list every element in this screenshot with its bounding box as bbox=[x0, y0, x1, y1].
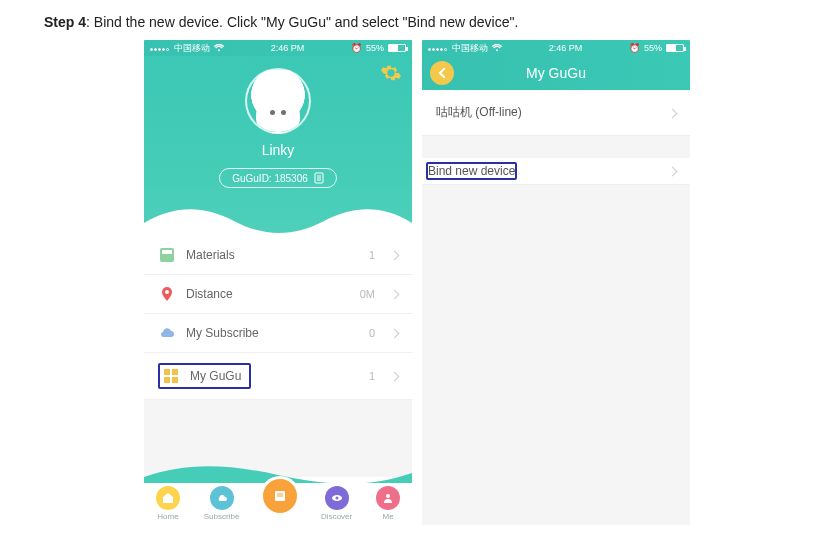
highlight-my-gugu: My GuGu bbox=[158, 363, 251, 389]
device-list-section: 咕咕机 (Off-line) Bind new device bbox=[422, 90, 690, 185]
tab-discover[interactable]: Discover bbox=[321, 486, 352, 521]
tab-subscribe[interactable]: Subscribe bbox=[204, 486, 240, 521]
step-instruction: Step 4: Bind the new device. Click "My G… bbox=[44, 14, 788, 30]
row-label: Distance bbox=[186, 287, 350, 301]
signal-dots-icon bbox=[428, 43, 448, 53]
tab-label: Home bbox=[157, 512, 178, 521]
step-text: : Bind the new device. Click "My GuGu" a… bbox=[86, 14, 518, 30]
clock-label: 2:46 PM bbox=[549, 43, 583, 53]
status-bar: 中国移动 2:46 PM ⏰ 55% bbox=[422, 40, 690, 56]
chevron-right-icon bbox=[391, 326, 398, 340]
nav-bar: My GuGu bbox=[422, 56, 690, 90]
copy-icon bbox=[314, 172, 324, 184]
location-pin-icon bbox=[158, 285, 176, 303]
carrier-label: 中国移动 bbox=[452, 42, 488, 55]
hero-wave-decoration bbox=[144, 203, 412, 237]
avatar[interactable] bbox=[245, 68, 311, 134]
tab-bar: Home Subscribe Discover Me bbox=[144, 477, 412, 525]
cell-bind-new-device[interactable]: Bind new device bbox=[422, 158, 690, 185]
battery-icon bbox=[666, 44, 684, 52]
highlight-bind-new-device: Bind new device bbox=[426, 162, 517, 180]
person-icon bbox=[382, 492, 394, 504]
clock-label: 2:46 PM bbox=[271, 43, 305, 53]
nav-title: My GuGu bbox=[526, 65, 586, 81]
profile-menu-list: Materials 1 Distance 0M My Subscribe 0 bbox=[144, 236, 412, 400]
back-button[interactable] bbox=[430, 61, 454, 85]
svg-rect-7 bbox=[172, 377, 178, 383]
tab-label: Subscribe bbox=[204, 512, 240, 521]
row-my-subscribe[interactable]: My Subscribe 0 bbox=[144, 314, 412, 353]
chevron-right-icon bbox=[669, 106, 676, 120]
screenshot-me-page: 中国移动 2:46 PM ⏰ 55% Linky GuGuID: 185306 bbox=[144, 40, 412, 525]
screenshots-row: 中国移动 2:46 PM ⏰ 55% Linky GuGuID: 185306 bbox=[44, 40, 788, 525]
gugu-id-pill[interactable]: GuGuID: 185306 bbox=[219, 168, 337, 188]
battery-icon bbox=[388, 44, 406, 52]
tab-label: Discover bbox=[321, 512, 352, 521]
carrier-label: 中国移动 bbox=[174, 42, 210, 55]
cell-device[interactable]: 咕咕机 (Off-line) bbox=[422, 90, 690, 136]
row-value: 0 bbox=[369, 327, 375, 339]
wifi-icon bbox=[214, 44, 224, 52]
svg-rect-2 bbox=[162, 250, 172, 254]
row-my-gugu[interactable]: My GuGu 1 bbox=[144, 353, 412, 400]
svg-rect-6 bbox=[164, 377, 170, 383]
row-label: Materials bbox=[186, 248, 359, 262]
bind-label: Bind new device bbox=[428, 164, 515, 178]
device-label: 咕咕机 (Off-line) bbox=[436, 104, 669, 121]
section-gap bbox=[422, 136, 690, 158]
alarm-icon: ⏰ bbox=[629, 43, 640, 53]
chevron-right-icon bbox=[391, 369, 398, 383]
materials-icon bbox=[158, 246, 176, 264]
chevron-right-icon bbox=[391, 248, 398, 262]
svg-point-10 bbox=[335, 497, 338, 500]
note-icon bbox=[272, 488, 288, 504]
signal-dots-icon bbox=[150, 43, 170, 53]
chevron-right-icon bbox=[669, 164, 676, 178]
settings-gear-icon[interactable] bbox=[380, 62, 402, 84]
tab-home[interactable]: Home bbox=[156, 486, 180, 521]
username-label: Linky bbox=[144, 142, 412, 158]
home-icon bbox=[162, 492, 174, 504]
step-label: Step 4 bbox=[44, 14, 86, 30]
alarm-icon: ⏰ bbox=[351, 43, 362, 53]
row-value: 1 bbox=[369, 370, 375, 382]
cloud-small-icon bbox=[216, 492, 228, 504]
tab-me[interactable]: Me bbox=[376, 486, 400, 521]
row-distance[interactable]: Distance 0M bbox=[144, 275, 412, 314]
chevron-right-icon bbox=[391, 287, 398, 301]
svg-point-3 bbox=[165, 290, 169, 294]
tab-label: Me bbox=[383, 512, 394, 521]
grid-icon bbox=[162, 367, 180, 385]
row-label: My GuGu bbox=[190, 369, 241, 383]
ghost-avatar-icon bbox=[256, 94, 300, 134]
row-materials[interactable]: Materials 1 bbox=[144, 236, 412, 275]
row-value: 1 bbox=[369, 249, 375, 261]
cloud-icon bbox=[158, 324, 176, 342]
svg-point-11 bbox=[386, 494, 390, 498]
chevron-left-icon bbox=[436, 67, 448, 79]
tab-center[interactable] bbox=[263, 495, 297, 513]
eye-icon bbox=[331, 492, 343, 504]
screenshot-my-gugu-page: 中国移动 2:46 PM ⏰ 55% My GuGu 咕咕机 (Off- bbox=[422, 40, 690, 525]
row-value: 0M bbox=[360, 288, 375, 300]
wifi-icon bbox=[492, 44, 502, 52]
battery-pct: 55% bbox=[644, 43, 662, 53]
svg-rect-5 bbox=[172, 369, 178, 375]
row-label: My Subscribe bbox=[186, 326, 359, 340]
svg-rect-4 bbox=[164, 369, 170, 375]
status-bar: 中国移动 2:46 PM ⏰ 55% bbox=[144, 40, 412, 56]
gugu-id-text: GuGuID: 185306 bbox=[232, 173, 308, 184]
profile-hero: Linky GuGuID: 185306 bbox=[144, 56, 412, 236]
battery-pct: 55% bbox=[366, 43, 384, 53]
